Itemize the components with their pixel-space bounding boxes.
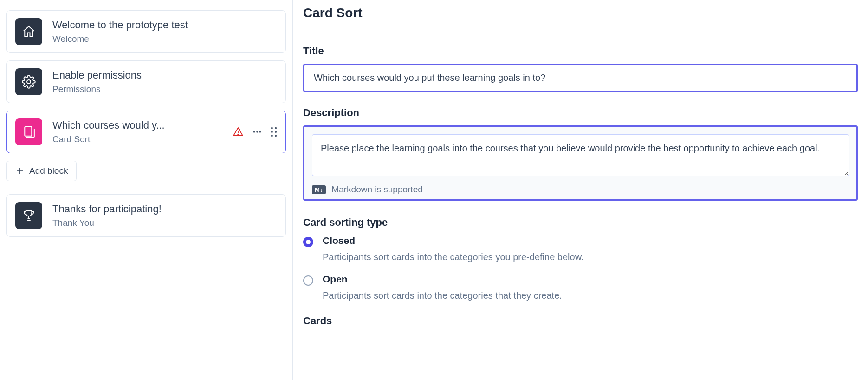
sort-type-open[interactable]: Open bbox=[303, 274, 858, 286]
block-subtitle: Card Sort bbox=[52, 134, 233, 144]
plus-icon bbox=[15, 166, 25, 176]
radio-icon bbox=[303, 237, 313, 247]
block-actions bbox=[233, 126, 277, 138]
svg-point-3 bbox=[253, 131, 255, 133]
block-text: Which courses would y... Card Sort bbox=[52, 119, 233, 144]
svg-rect-1 bbox=[25, 127, 32, 136]
block-title: Which courses would y... bbox=[52, 119, 233, 131]
sidebar-item-card-sort[interactable]: Which courses would y... Card Sort bbox=[6, 111, 286, 153]
more-icon[interactable] bbox=[252, 127, 262, 137]
svg-point-5 bbox=[259, 131, 261, 133]
svg-point-11 bbox=[275, 135, 277, 137]
description-textarea[interactable] bbox=[312, 134, 849, 176]
svg-point-8 bbox=[271, 131, 273, 133]
cards-label: Cards bbox=[303, 315, 858, 327]
block-text: Thanks for participating! Thank You bbox=[52, 203, 277, 228]
markdown-badge-icon: M↓ bbox=[312, 185, 326, 194]
cards-icon bbox=[15, 118, 42, 145]
sidebar-item-thank-you[interactable]: Thanks for participating! Thank You bbox=[6, 194, 286, 237]
add-block-label: Add block bbox=[29, 166, 68, 176]
markdown-hint-text: Markdown is supported bbox=[331, 184, 422, 195]
radio-description: Participants sort cards into the categor… bbox=[323, 290, 858, 301]
sidebar-item-permissions[interactable]: Enable permissions Permissions bbox=[6, 60, 286, 103]
description-field-label: Description bbox=[303, 107, 858, 119]
main-header: Card Sort bbox=[293, 0, 868, 32]
gear-icon bbox=[15, 68, 42, 95]
radio-label: Closed bbox=[323, 235, 355, 246]
block-title: Welcome to the prototype test bbox=[52, 19, 277, 31]
sort-type-closed[interactable]: Closed bbox=[303, 235, 858, 247]
radio-label: Open bbox=[323, 274, 348, 285]
sort-type-group: Closed Participants sort cards into the … bbox=[303, 235, 858, 301]
sidebar: Welcome to the prototype test Welcome En… bbox=[0, 0, 292, 380]
block-subtitle: Permissions bbox=[52, 84, 277, 94]
svg-point-2 bbox=[238, 134, 239, 135]
block-title: Enable permissions bbox=[52, 69, 277, 81]
sort-type-label: Card sorting type bbox=[303, 216, 858, 229]
main-body: Title Description M↓ Markdown is support… bbox=[293, 32, 868, 334]
svg-point-6 bbox=[271, 127, 273, 129]
block-subtitle: Welcome bbox=[52, 34, 277, 44]
title-field-label: Title bbox=[303, 45, 858, 57]
trophy-icon bbox=[15, 202, 42, 229]
home-icon bbox=[15, 18, 42, 45]
add-block-button[interactable]: Add block bbox=[6, 161, 77, 181]
warning-icon bbox=[233, 126, 244, 138]
svg-point-0 bbox=[27, 80, 31, 84]
block-text: Enable permissions Permissions bbox=[52, 69, 277, 94]
svg-point-4 bbox=[256, 131, 258, 133]
description-wrapper: M↓ Markdown is supported bbox=[303, 125, 858, 201]
main-panel: Card Sort Title Description M↓ Markdown … bbox=[292, 0, 868, 380]
markdown-hint: M↓ Markdown is supported bbox=[312, 184, 849, 195]
title-input[interactable] bbox=[303, 64, 858, 92]
radio-icon bbox=[303, 275, 313, 286]
svg-point-7 bbox=[275, 127, 277, 129]
block-title: Thanks for participating! bbox=[52, 203, 277, 215]
svg-point-9 bbox=[275, 131, 277, 133]
sidebar-item-welcome[interactable]: Welcome to the prototype test Welcome bbox=[6, 10, 286, 53]
block-subtitle: Thank You bbox=[52, 218, 277, 228]
page-title: Card Sort bbox=[303, 6, 858, 20]
radio-description: Participants sort cards into the categor… bbox=[323, 252, 858, 262]
drag-handle-icon[interactable] bbox=[271, 127, 277, 137]
block-text: Welcome to the prototype test Welcome bbox=[52, 19, 277, 44]
svg-point-10 bbox=[271, 135, 273, 137]
